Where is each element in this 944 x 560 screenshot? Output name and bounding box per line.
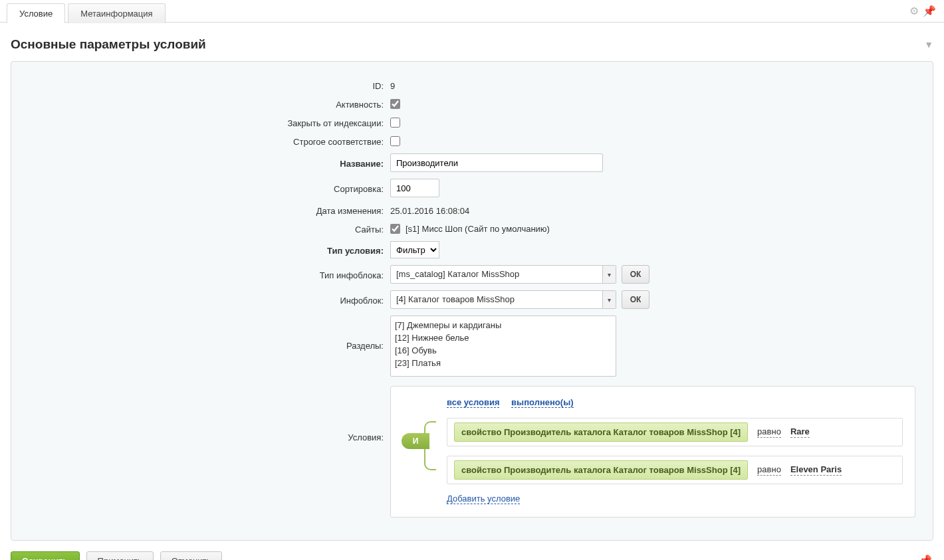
chevron-down-icon[interactable]: ▾ (602, 291, 616, 308)
strict-label: Строгое соответствие: (25, 135, 390, 147)
condition-value[interactable]: Eleven Paris (790, 464, 842, 476)
all-conditions-link[interactable]: все условия (447, 397, 499, 408)
chevron-down-icon[interactable]: ▾ (602, 266, 616, 283)
and-badge[interactable]: И (402, 433, 429, 449)
condition-property[interactable]: свойство Производитель каталога Каталог … (454, 460, 748, 480)
iblock-type-label: Тип инфоблока: (25, 268, 390, 280)
conditions-box: все условия выполнено(ы) И свойство Прои… (390, 386, 915, 517)
sections-listbox[interactable]: [7] Джемперы и кардиганы [12] Нижнее бел… (390, 316, 616, 377)
sort-input[interactable] (390, 179, 439, 197)
list-item[interactable]: [23] Платья (395, 357, 612, 369)
strict-checkbox[interactable] (390, 136, 400, 146)
sort-label: Сортировка: (25, 182, 390, 194)
noindex-label: Закрыть от индексации: (25, 116, 390, 128)
tab-metainfo[interactable]: Метаинформация (68, 3, 165, 23)
section-header: Основные параметры условий ▼ (0, 23, 944, 61)
iblock-type-value: [ms_catalog] Каталог MissShop (391, 266, 602, 283)
list-item[interactable]: [16] Обувь (395, 344, 612, 357)
buttons-bar: Сохранить Применить Отменить 📌 (0, 541, 944, 560)
sites-label: Сайты: (25, 223, 390, 234)
name-input[interactable] (390, 153, 603, 172)
modified-label: Дата изменения: (25, 204, 390, 216)
iblock-select[interactable]: [4] Каталог товаров MissShop ▾ (390, 290, 616, 309)
active-checkbox[interactable] (390, 99, 400, 109)
condition-property[interactable]: свойство Производитель каталога Каталог … (454, 422, 748, 442)
condition-operator[interactable]: равно (757, 464, 781, 476)
list-item[interactable]: [12] Нижнее белье (395, 331, 612, 344)
condition-rule: свойство Производитель каталога Каталог … (447, 418, 903, 446)
cond-type-select[interactable]: Фильтр (390, 241, 439, 258)
iblock-type-select[interactable]: [ms_catalog] Каталог MissShop ▾ (390, 265, 616, 284)
done-conditions-link[interactable]: выполнено(ы) (511, 397, 573, 408)
add-condition-link[interactable]: Добавить условие (447, 494, 520, 504)
sites-checkbox[interactable] (390, 224, 400, 234)
cond-type-label: Тип условия: (25, 244, 390, 256)
apply-button[interactable]: Применить (86, 551, 154, 560)
iblock-value: [4] Каталог товаров MissShop (391, 291, 602, 308)
form-panel: ID: 9 Активность: Закрыть от индексации:… (11, 61, 933, 541)
gear-icon[interactable]: ⚙ (909, 5, 919, 17)
tabs-bar: Условие Метаинформация ⚙ 📌 (0, 0, 944, 23)
page-title: Основные параметры условий (11, 37, 206, 52)
iblock-label: Инфоблок: (25, 294, 390, 306)
id-label: ID: (25, 79, 390, 91)
condition-value[interactable]: Rare (790, 426, 810, 438)
list-item[interactable]: [7] Джемперы и кардиганы (395, 319, 612, 331)
pin-bottom-icon[interactable]: 📌 (919, 554, 932, 560)
save-button[interactable]: Сохранить (11, 551, 80, 560)
pin-icon[interactable]: 📌 (923, 5, 936, 17)
condition-operator[interactable]: равно (757, 426, 781, 438)
collapse-icon[interactable]: ▼ (924, 39, 933, 50)
conditions-label: Условия: (25, 386, 390, 442)
iblock-type-ok-button[interactable]: ОК (622, 265, 649, 284)
active-label: Активность: (25, 98, 390, 110)
condition-rule: свойство Производитель каталога Каталог … (447, 456, 903, 484)
sites-text: [s1] Мисс Шоп (Сайт по умолчанию) (406, 224, 550, 234)
sections-label: Разделы: (25, 316, 390, 351)
modified-value: 25.01.2016 16:08:04 (390, 204, 919, 216)
name-label: Название: (25, 157, 390, 169)
noindex-checkbox[interactable] (390, 118, 400, 128)
iblock-ok-button[interactable]: ОК (622, 290, 649, 309)
tab-condition[interactable]: Условие (7, 3, 65, 23)
id-value: 9 (390, 79, 919, 91)
cancel-button[interactable]: Отменить (160, 551, 222, 560)
